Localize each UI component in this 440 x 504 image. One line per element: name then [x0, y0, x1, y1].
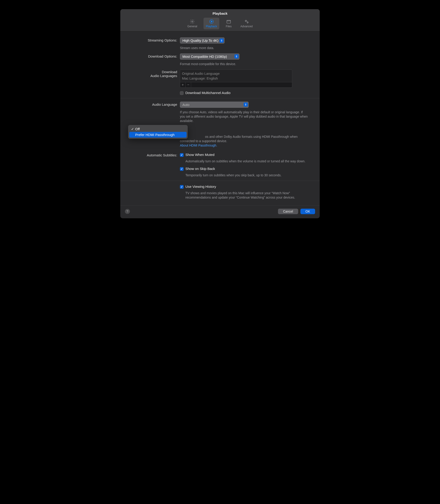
- download-popup[interactable]: Most Compatible HD (1080p): [180, 54, 239, 60]
- content-area: Streaming Options: High Quality (Up To 4…: [120, 31, 320, 205]
- tab-playback[interactable]: Playback: [204, 18, 219, 29]
- download-audio-languages-label: DownloadAudio Languages: [129, 70, 180, 95]
- tab-label: Advanced: [240, 25, 253, 28]
- help-button[interactable]: ?: [125, 209, 130, 214]
- popup-value: Auto: [182, 103, 190, 107]
- list-item[interactable]: Original Audio Language: [182, 71, 290, 76]
- cancel-button[interactable]: Cancel: [278, 209, 298, 214]
- tab-advanced[interactable]: Advanced: [238, 18, 255, 29]
- preferences-window: Playback General Playback Files Advanced…: [120, 9, 320, 218]
- audio-language-popup[interactable]: Auto: [180, 102, 249, 108]
- list-buttons: + −: [180, 82, 292, 88]
- show-on-skip-back-checkbox[interactable]: [180, 167, 184, 171]
- remove-button[interactable]: −: [186, 82, 191, 87]
- tab-label: Files: [226, 25, 232, 28]
- add-button[interactable]: +: [180, 82, 186, 87]
- play-circle-icon: [208, 19, 215, 24]
- svg-point-0: [192, 21, 193, 22]
- chevron-updown-icon: [234, 54, 239, 58]
- hdmi-option-off[interactable]: Off: [129, 126, 187, 132]
- gear-icon: [189, 19, 195, 24]
- show-when-muted-desc: Automatically turn on subtitles when the…: [185, 159, 311, 164]
- hdmi-option-prefer[interactable]: Prefer HDMI Passthrough: [129, 132, 187, 138]
- chevron-updown-icon: [220, 39, 224, 43]
- show-when-muted-label: Show When Muted: [185, 153, 215, 157]
- tab-label: Playback: [206, 25, 217, 28]
- viewing-history-checkbox[interactable]: [180, 185, 184, 189]
- show-when-muted-checkbox[interactable]: [180, 153, 184, 157]
- streaming-popup[interactable]: High Quality (Up To 4K): [180, 37, 225, 43]
- viewing-history-label: Use Viewing History: [185, 185, 216, 188]
- ok-button[interactable]: OK: [301, 209, 315, 214]
- svg-point-3: [245, 20, 247, 22]
- list-item[interactable]: Mac Language: English: [182, 76, 290, 81]
- streaming-label: Streaming Options:: [129, 37, 180, 50]
- popup-value: High Quality (Up To 4K): [182, 39, 218, 42]
- audio-language-label: Audio Language: [129, 102, 180, 123]
- streaming-desc: Stream uses more data.: [180, 46, 308, 50]
- tab-general[interactable]: General: [185, 18, 200, 29]
- hdmi-dropdown-menu: Off Prefer HDMI Passthrough: [128, 125, 188, 139]
- footer: ? Cancel OK: [120, 205, 320, 218]
- chevron-updown-icon: [244, 102, 248, 107]
- svg-rect-2: [227, 20, 231, 23]
- empty-label: [129, 184, 180, 200]
- titlebar: Playback General Playback Files Advanced: [120, 9, 320, 31]
- audio-language-desc: If you choose Auto, videos will automati…: [180, 110, 308, 123]
- divider: [120, 181, 320, 181]
- hdmi-link[interactable]: About HDMI Passthrough.: [180, 143, 217, 147]
- download-label: Download Options:: [129, 54, 180, 66]
- audio-languages-list[interactable]: Original Audio Language Mac Language: En…: [180, 70, 292, 82]
- show-on-skip-back-desc: Temporarily turn on subtitles when you s…: [185, 173, 311, 178]
- svg-point-4: [247, 22, 248, 23]
- window-title: Playback: [120, 12, 320, 15]
- tab-files[interactable]: Files: [223, 18, 234, 29]
- subtitles-label: Automatic Subtitles:: [129, 152, 180, 178]
- divider: [120, 98, 320, 98]
- download-desc: Format most-compatible for this device.: [180, 62, 308, 66]
- viewing-history-desc: TV shows and movies played on this Mac w…: [185, 191, 311, 200]
- multichannel-label: Download Multichannel Audio: [185, 91, 231, 95]
- tab-label: General: [187, 25, 197, 28]
- hdmi-desc: Output Dolby Atmos and other Dolby Audio…: [180, 135, 308, 148]
- toolbar-tabs: General Playback Files Advanced: [120, 18, 320, 29]
- folder-icon: [226, 19, 232, 24]
- show-on-skip-back-label: Show on Skip Back: [185, 167, 215, 171]
- multichannel-checkbox[interactable]: [180, 91, 184, 95]
- gears-icon: [244, 19, 249, 24]
- popup-value: Most Compatible HD (1080p): [182, 55, 227, 58]
